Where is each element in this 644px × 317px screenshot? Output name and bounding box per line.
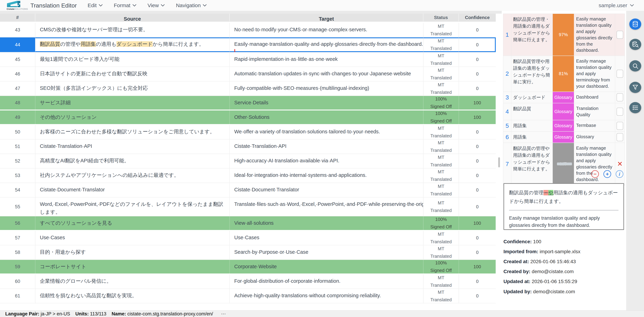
add-match-button[interactable]: + — [604, 170, 611, 178]
panel-scrollbar-thumb[interactable] — [498, 157, 500, 168]
target-cell[interactable]: For·global·distribution·of·corporate·inf… — [230, 274, 424, 288]
table-row[interactable]: 56すべてのソリューションを見るView·all·solutions100%Si… — [0, 216, 496, 231]
table-row[interactable]: 52高精度なAI翻訳をAPI経由で利用可能。High-accuracy·AI·t… — [0, 154, 496, 168]
target-cell[interactable]: Corporate·Website — [230, 260, 424, 274]
match-checkbox[interactable] — [616, 122, 623, 130]
info-button[interactable]: i — [616, 170, 623, 178]
source-cell[interactable]: サービス詳細 — [35, 96, 230, 110]
target-cell[interactable]: Easily·manage·translation·quality·and·ap… — [230, 38, 424, 52]
table-row[interactable]: 43CMSの改修や複雑なサーバー管理は一切不要。No·need·to·modif… — [0, 23, 496, 38]
user-menu[interactable]: sample.user — [599, 0, 634, 11]
menu-view[interactable]: View — [148, 2, 165, 8]
source-cell[interactable]: コーポレートサイト — [35, 260, 230, 274]
source-cell[interactable]: 高精度なAI翻訳をAPI経由で利用可能。 — [35, 154, 230, 168]
tm-match-row[interactable]: 2翻訳品質管理や用語集の適用をダッシュボードから簡単に実行。81%Easily … — [503, 56, 624, 92]
qa-checklist-button[interactable] — [629, 102, 641, 113]
table-row[interactable]: 49その他のソリューションOther·Solutions100%Signed O… — [0, 110, 496, 125]
table-row[interactable]: 44翻訳品質の管理や用語集の適用もダッシュボードから簡単に行えます。Easily… — [0, 38, 496, 52]
table-row[interactable]: 59コーポレートサイトCorporate·Website100%Signed O… — [0, 260, 496, 274]
source-cell[interactable]: 目的・用途から探す — [35, 245, 230, 260]
target-cell[interactable]: Translate·files·such·as·Word,·Excel,·Pow… — [230, 198, 424, 216]
source-cell[interactable]: Cistate·Translation·API — [35, 140, 230, 154]
match-action-cell: ✕ — [615, 143, 624, 185]
source-cell[interactable]: 日本語サイトの更新に合わせて自動で翻訳反映 — [35, 67, 230, 81]
table-row[interactable]: 46日本語サイトの更新に合わせて自動で翻訳反映Automatic·transla… — [0, 67, 496, 82]
source-cell[interactable]: 社内システムやアプリケーションへの組み込みに最適です。 — [35, 168, 230, 182]
match-checkbox[interactable] — [616, 133, 623, 141]
source-cell[interactable]: 翻訳品質の管理や用語集の適用もダッシュボードから簡単に行えます。 — [35, 38, 230, 52]
tm-match-row[interactable]: 5用語集GlossaryTermbase — [503, 120, 624, 132]
table-row[interactable]: 50お客様のニーズに合わせた多様な翻訳ソリューションをご用意しています。We·o… — [0, 125, 496, 140]
target-cell[interactable]: Use·Cases — [230, 231, 424, 245]
table-row[interactable]: 53社内システムやアプリケーションへの組み込みに最適です。Ideal·for·i… — [0, 168, 496, 183]
concordance-search-button[interactable] — [629, 39, 641, 50]
match-checkbox[interactable] — [616, 31, 623, 39]
table-row[interactable]: 60企業情報のグローバル発信に。For·global·distribution·… — [0, 274, 496, 289]
menu-navigation[interactable]: Navigation — [176, 2, 207, 8]
source-cell[interactable]: SEO対策（多言語インデックス）にも完全対応 — [35, 82, 230, 96]
tm-match-row[interactable]: 1翻訳品質の管理・用語集の適用もダッシュボードから簡単に行えます。97%Easi… — [503, 14, 624, 56]
table-row[interactable]: 51Cistate·Translation·APICistate·Transla… — [0, 140, 496, 154]
target-cell[interactable]: View·all·solutions — [230, 216, 424, 230]
delete-match-icon[interactable]: ✕ — [617, 160, 623, 167]
target-cell[interactable]: Other·Solutions — [230, 110, 424, 124]
table-row[interactable]: 45最短1週間でのスピード導入が可能Rapid·implementation·i… — [0, 52, 496, 67]
source-cell[interactable]: 信頼性を損なわない高品質な翻訳を実現。 — [35, 289, 230, 303]
translation-memory-database-button[interactable] — [629, 18, 641, 30]
segment-number: 45 — [0, 52, 35, 66]
menu-label: Navigation — [176, 2, 201, 8]
source-cell[interactable]: お客様のニーズに合わせた多様な翻訳ソリューションをご用意しています。 — [35, 125, 230, 139]
search-button[interactable] — [629, 60, 641, 72]
confidence-cell: 0 — [459, 154, 496, 168]
remove-match-button[interactable]: − — [591, 170, 599, 178]
source-cell[interactable]: 最短1週間でのスピード導入が可能 — [35, 52, 230, 66]
tm-match-row[interactable]: 3ダッシュボードGlossaryDashboard — [503, 92, 624, 103]
source-cell[interactable]: Use·Cases — [35, 231, 230, 245]
target-cell[interactable]: Automatic·translation·updates·in·sync·wi… — [230, 67, 424, 81]
target-cell[interactable]: Cistate·Translation·API — [230, 140, 424, 154]
target-cell[interactable]: Rapid·implementation·in·as·little·as·one… — [230, 52, 424, 66]
menu-label: View — [148, 2, 159, 8]
metadata-label: Confidence: — [504, 239, 532, 244]
table-row[interactable]: 57Use·CasesUse·CasesMTTranslated0 — [0, 231, 496, 245]
menu-edit[interactable]: Edit — [88, 2, 102, 8]
source-cell[interactable]: すべてのソリューションを見る — [35, 216, 230, 230]
match-checkbox[interactable] — [616, 93, 623, 101]
target-cell[interactable]: Service·Details — [230, 96, 424, 110]
table-row[interactable]: 54Cistate·Document·TranslatorCistate·Doc… — [0, 183, 496, 198]
filter-button[interactable] — [629, 82, 641, 93]
status-cell: MTTranslated — [424, 289, 459, 303]
tm-match-row[interactable]: 6用語集GlossaryGlossary — [503, 132, 624, 143]
more-ellipsis[interactable]: ⋯ — [221, 311, 226, 317]
metadata-line: Confidence: 100 — [504, 236, 624, 246]
target-cell[interactable]: High-accuracy·AI·translation·available·v… — [230, 154, 424, 168]
source-cell[interactable]: Word,·Excel,·PowerPoint,·PDFなどのファイルを、レイア… — [35, 198, 230, 216]
match-checkbox[interactable] — [616, 70, 623, 78]
source-cell[interactable]: 企業情報のグローバル発信に。 — [35, 274, 230, 288]
column-header-source: Source — [35, 14, 230, 21]
target-cell[interactable]: Fully·compatible·with·SEO·measures·(mult… — [230, 82, 424, 96]
table-row[interactable]: 48サービス詳細Service·Details100%Signed Off100 — [0, 96, 496, 110]
match-index: 1 — [503, 14, 511, 56]
target-cell[interactable]: Search·by·Purpose·or·Use·Case — [230, 245, 424, 260]
target-cell[interactable]: No·need·to·modify·your·CMS·or·manage·com… — [230, 23, 424, 37]
target-cell[interactable]: Cistate·Document·Translator — [230, 183, 424, 197]
target-cell[interactable]: We·offer·a·variety·of·translation·soluti… — [230, 125, 424, 139]
match-diff-editor[interactable]: 翻訳品質の管理・や用語集の適用もダッシュボードから簡単に行えます。 Easily… — [504, 183, 624, 230]
tm-match-row[interactable]: 4翻訳品質GlossaryTranslation Quality — [503, 103, 624, 120]
match-checkbox[interactable] — [616, 108, 623, 116]
units-count: Units: 113/113 — [75, 311, 106, 317]
panel-splitter-handle[interactable] — [557, 162, 572, 165]
target-cell[interactable]: Ideal·for·integration·into·internal·syst… — [230, 168, 424, 182]
glossary-term-highlight: 用語集 — [80, 41, 96, 47]
status-cell: MTTranslated — [424, 183, 459, 197]
table-row[interactable]: 47SEO対策（多言語インデックス）にも完全対応Fully·compatible… — [0, 82, 496, 96]
source-cell[interactable]: Cistate·Document·Translator — [35, 183, 230, 197]
table-row[interactable]: 61信頼性を損なわない高品質な翻訳を実現。Achieve·high-qualit… — [0, 289, 496, 303]
target-cell[interactable]: Achieve·high-quality·translations·withou… — [230, 289, 424, 303]
table-row[interactable]: 55Word,·Excel,·PowerPoint,·PDFなどのファイルを、レ… — [0, 198, 496, 216]
source-cell[interactable]: その他のソリューション — [35, 110, 230, 124]
menu-format[interactable]: Format — [114, 2, 136, 8]
source-cell[interactable]: CMSの改修や複雑なサーバー管理は一切不要。 — [35, 23, 230, 37]
table-row[interactable]: 58目的・用途から探すSearch·by·Purpose·or·Use·Case… — [0, 245, 496, 260]
